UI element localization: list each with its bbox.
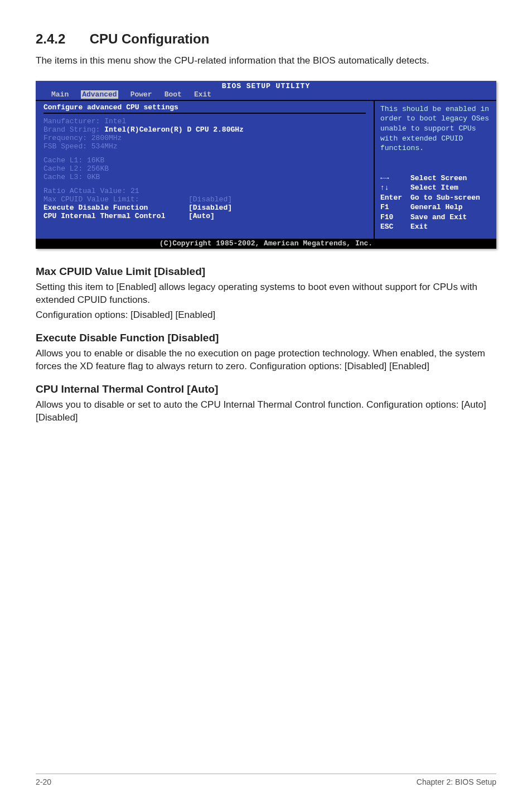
sub2-title: Execute Disable Function [Disabled]	[36, 332, 496, 344]
section-name: CPU Configuration	[90, 31, 210, 46]
bios-left-heading: Configure advanced CPU settings	[43, 103, 366, 114]
bios-help-text: This should be enabled in order to boot …	[380, 104, 491, 153]
bios-key-f1: F1General Help	[380, 202, 491, 212]
bios-ratio: Ratio ACtual Value: 21	[43, 187, 366, 195]
bios-key-enter: EnterGo to Sub-screen	[380, 193, 491, 203]
bios-tab-power[interactable]: Power	[130, 90, 152, 99]
bios-brand-value: Intel(R)Celeron(R) D CPU 2.80GHz	[104, 125, 244, 134]
bios-footer: (C)Copyright 1985-2002, American Megatre…	[36, 239, 496, 249]
bios-cache-l2: Cache L2: 256KB	[43, 165, 366, 173]
bios-row-cpuid-key: Max CPUID Value Limit:	[43, 195, 188, 204]
bios-row-thermal[interactable]: CPU Internal Thermal Control [Auto]	[43, 212, 366, 220]
bios-row-cpuid-val: [Disabled]	[188, 195, 232, 204]
bios-help-keys: ←→Select Screen ↑↓Select Item EnterGo to…	[380, 173, 491, 232]
sub3-body1: Allows you to disable or set to auto the…	[36, 399, 496, 424]
bios-cache-l1: Cache L1: 16KB	[43, 156, 366, 165]
section-number: 2.4.2	[36, 31, 86, 47]
sub2-body1: Allows you to enable or disable the no e…	[36, 347, 496, 373]
sub1-body2: Configuration options: [Disabled] [Enabl…	[36, 309, 496, 322]
bios-row-execdisable-key: Execute Disable Function	[43, 204, 188, 212]
bios-left-pane: Configure advanced CPU settings Manufact…	[36, 100, 375, 239]
bios-row-cpuid[interactable]: Max CPUID Value Limit: [Disabled]	[43, 195, 366, 204]
bios-right-pane: This should be enabled in order to boot …	[375, 100, 496, 239]
bios-header: BIOS SETUP UTILITY	[36, 81, 496, 90]
bios-tab-main[interactable]: Main	[51, 90, 69, 99]
bios-key-esc: ESCExit	[380, 222, 491, 232]
bios-key-lr: ←→Select Screen	[380, 173, 491, 183]
section-intro: The items in this menu show the CPU-rela…	[36, 55, 496, 67]
sub1-title: Max CPUID Value Limit [Disabled]	[36, 265, 496, 278]
page-number: 2-20	[36, 777, 51, 786]
page-footer: 2-20 Chapter 2: BIOS Setup	[36, 774, 496, 786]
bios-brand: Brand String: Intel(R)Celeron(R) D CPU 2…	[43, 125, 366, 134]
bios-tab-exit[interactable]: Exit	[194, 90, 211, 99]
bios-screenshot: BIOS SETUP UTILITY Main Advanced Power B…	[36, 81, 496, 249]
bios-frequency: Frequency: 2800MHz	[43, 134, 366, 142]
bios-row-execdisable-val: [Disabled]	[188, 204, 232, 212]
bios-brand-label: Brand String:	[43, 125, 100, 134]
bios-key-ud: ↑↓Select Item	[380, 183, 491, 193]
bios-tab-advanced[interactable]: Advanced	[81, 90, 118, 99]
sub3-title: CPU Internal Thermal Control [Auto]	[36, 383, 496, 395]
bios-key-f10: F10Save and Exit	[380, 212, 491, 223]
bios-tabs: Main Advanced Power Boot Exit	[36, 90, 496, 100]
bios-row-execdisable[interactable]: Execute Disable Function [Disabled]	[43, 204, 366, 212]
sub1-body1: Setting this item to [Enabled] allows le…	[36, 281, 496, 307]
bios-cache-l3: Cache L3: 0KB	[43, 173, 366, 181]
bios-manufacturer: Manufacturer: Intel	[43, 117, 366, 125]
chapter-label: Chapter 2: BIOS Setup	[417, 777, 496, 786]
section-title: 2.4.2 CPU Configuration	[36, 31, 496, 47]
bios-row-thermal-key: CPU Internal Thermal Control	[43, 212, 188, 220]
bios-fsb: FSB Speed: 534MHz	[43, 142, 366, 151]
bios-tab-boot[interactable]: Boot	[165, 90, 182, 99]
bios-row-thermal-val: [Auto]	[188, 212, 215, 220]
